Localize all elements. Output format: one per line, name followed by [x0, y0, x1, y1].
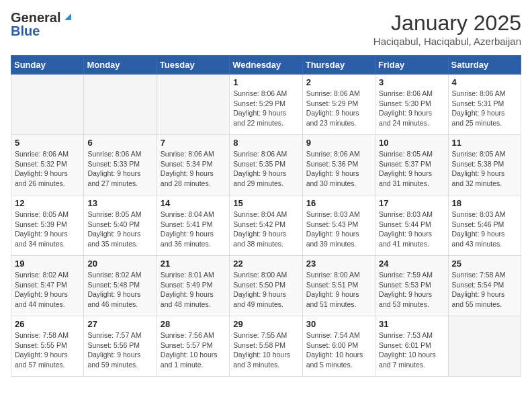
logo-general-text: General: [11, 11, 60, 24]
calendar-cell: 28Sunrise: 7:56 AMSunset: 5:57 PMDayligh…: [157, 316, 229, 377]
day-info: Sunrise: 8:06 AMSunset: 5:29 PMDaylight:…: [306, 89, 371, 128]
weekday-header: Wednesday: [230, 56, 302, 75]
day-number: 19: [15, 259, 80, 269]
day-info: Sunrise: 7:58 AMSunset: 5:55 PMDaylight:…: [15, 330, 80, 370]
day-info: Sunrise: 7:57 AMSunset: 5:56 PMDaylight:…: [87, 330, 152, 370]
calendar-cell: 7Sunrise: 8:06 AMSunset: 5:34 PMDaylight…: [157, 135, 229, 195]
calendar-week-row: 19Sunrise: 8:02 AMSunset: 5:47 PMDayligh…: [11, 256, 521, 316]
calendar-week-row: 5Sunrise: 8:06 AMSunset: 5:32 PMDaylight…: [11, 135, 521, 195]
calendar-cell: [11, 75, 84, 135]
calendar-cell: [84, 75, 157, 135]
calendar-cell: 25Sunrise: 7:58 AMSunset: 5:54 PMDayligh…: [448, 256, 521, 316]
calendar-cell: 27Sunrise: 7:57 AMSunset: 5:56 PMDayligh…: [84, 316, 157, 377]
day-number: 27: [87, 319, 152, 329]
calendar-cell: 21Sunrise: 8:01 AMSunset: 5:49 PMDayligh…: [157, 256, 229, 316]
calendar-cell: [448, 316, 521, 377]
day-number: 4: [452, 77, 517, 87]
day-number: 18: [452, 198, 517, 208]
day-info: Sunrise: 8:05 AMSunset: 5:40 PMDaylight:…: [87, 210, 152, 249]
weekday-header: Saturday: [448, 56, 521, 75]
calendar-cell: 16Sunrise: 8:03 AMSunset: 5:43 PMDayligh…: [302, 195, 375, 256]
day-info: Sunrise: 8:00 AMSunset: 5:51 PMDaylight:…: [306, 270, 371, 310]
logo: General Blue: [11, 11, 73, 38]
calendar-cell: 1Sunrise: 8:06 AMSunset: 5:29 PMDaylight…: [230, 75, 302, 135]
page-subtitle: Haciqabul, Haciqabul, Azerbaijan: [373, 36, 521, 47]
calendar-cell: 30Sunrise: 7:54 AMSunset: 6:00 PMDayligh…: [302, 316, 375, 377]
calendar-cell: 26Sunrise: 7:58 AMSunset: 5:55 PMDayligh…: [11, 316, 84, 377]
calendar-cell: 13Sunrise: 8:05 AMSunset: 5:40 PMDayligh…: [84, 195, 157, 256]
day-info: Sunrise: 7:55 AMSunset: 5:58 PMDaylight:…: [233, 330, 298, 370]
day-number: 10: [379, 138, 444, 148]
day-info: Sunrise: 8:06 AMSunset: 5:31 PMDaylight:…: [452, 89, 517, 128]
day-number: 5: [15, 138, 80, 148]
day-number: 9: [306, 138, 371, 148]
day-number: 30: [306, 319, 371, 329]
day-number: 23: [306, 259, 371, 269]
day-number: 15: [233, 198, 298, 208]
calendar-cell: 4Sunrise: 8:06 AMSunset: 5:31 PMDaylight…: [448, 75, 521, 135]
calendar-cell: 3Sunrise: 8:06 AMSunset: 5:30 PMDaylight…: [375, 75, 448, 135]
day-number: 24: [379, 259, 444, 269]
weekday-header: Tuesday: [157, 56, 229, 75]
calendar-cell: 8Sunrise: 8:06 AMSunset: 5:35 PMDaylight…: [230, 135, 302, 195]
day-number: 6: [87, 138, 152, 148]
weekday-header: Sunday: [11, 56, 84, 75]
svg-marker-0: [64, 13, 71, 20]
day-info: Sunrise: 8:00 AMSunset: 5:50 PMDaylight:…: [233, 270, 298, 310]
day-info: Sunrise: 7:54 AMSunset: 6:00 PMDaylight:…: [306, 330, 371, 370]
calendar-cell: 6Sunrise: 8:06 AMSunset: 5:33 PMDaylight…: [84, 135, 157, 195]
calendar-week-row: 1Sunrise: 8:06 AMSunset: 5:29 PMDaylight…: [11, 75, 521, 135]
calendar-cell: 19Sunrise: 8:02 AMSunset: 5:47 PMDayligh…: [11, 256, 84, 316]
calendar-cell: 5Sunrise: 8:06 AMSunset: 5:32 PMDaylight…: [11, 135, 84, 195]
calendar-cell: 11Sunrise: 8:05 AMSunset: 5:38 PMDayligh…: [448, 135, 521, 195]
day-info: Sunrise: 7:56 AMSunset: 5:57 PMDaylight:…: [161, 330, 226, 370]
weekday-header-row: SundayMondayTuesdayWednesdayThursdayFrid…: [11, 56, 521, 75]
day-info: Sunrise: 8:06 AMSunset: 5:35 PMDaylight:…: [233, 149, 298, 189]
day-info: Sunrise: 8:06 AMSunset: 5:36 PMDaylight:…: [306, 149, 371, 189]
day-number: 1: [233, 77, 298, 87]
day-info: Sunrise: 8:06 AMSunset: 5:33 PMDaylight:…: [87, 149, 152, 189]
title-block: January 2025 Haciqabul, Haciqabul, Azerb…: [373, 11, 521, 47]
calendar-cell: 15Sunrise: 8:04 AMSunset: 5:42 PMDayligh…: [230, 195, 302, 256]
day-number: 2: [306, 77, 371, 87]
day-info: Sunrise: 8:06 AMSunset: 5:34 PMDaylight:…: [161, 149, 226, 189]
day-number: 29: [233, 319, 298, 329]
day-info: Sunrise: 8:05 AMSunset: 5:37 PMDaylight:…: [379, 149, 444, 189]
day-number: 16: [306, 198, 371, 208]
logo-blue-text: Blue: [11, 24, 40, 38]
logo-icon: [62, 11, 73, 21]
day-info: Sunrise: 8:02 AMSunset: 5:47 PMDaylight:…: [15, 270, 80, 310]
calendar-week-row: 12Sunrise: 8:05 AMSunset: 5:39 PMDayligh…: [11, 195, 521, 256]
day-info: Sunrise: 8:03 AMSunset: 5:44 PMDaylight:…: [379, 210, 444, 249]
day-info: Sunrise: 8:01 AMSunset: 5:49 PMDaylight:…: [161, 270, 226, 310]
page-header: General Blue January 2025 Haciqabul, Hac…: [11, 11, 521, 47]
calendar-cell: [157, 75, 229, 135]
day-number: 28: [161, 319, 226, 329]
day-number: 26: [15, 319, 80, 329]
calendar-cell: 9Sunrise: 8:06 AMSunset: 5:36 PMDaylight…: [302, 135, 375, 195]
calendar-cell: 17Sunrise: 8:03 AMSunset: 5:44 PMDayligh…: [375, 195, 448, 256]
calendar-cell: 2Sunrise: 8:06 AMSunset: 5:29 PMDaylight…: [302, 75, 375, 135]
day-info: Sunrise: 8:03 AMSunset: 5:46 PMDaylight:…: [452, 210, 517, 249]
weekday-header: Monday: [84, 56, 157, 75]
calendar-week-row: 26Sunrise: 7:58 AMSunset: 5:55 PMDayligh…: [11, 316, 521, 377]
day-info: Sunrise: 7:58 AMSunset: 5:54 PMDaylight:…: [452, 270, 517, 310]
day-number: 3: [379, 77, 444, 87]
calendar-cell: 22Sunrise: 8:00 AMSunset: 5:50 PMDayligh…: [230, 256, 302, 316]
calendar-cell: 10Sunrise: 8:05 AMSunset: 5:37 PMDayligh…: [375, 135, 448, 195]
day-info: Sunrise: 8:03 AMSunset: 5:43 PMDaylight:…: [306, 210, 371, 249]
day-info: Sunrise: 7:53 AMSunset: 6:01 PMDaylight:…: [379, 330, 444, 370]
day-number: 25: [452, 259, 517, 269]
day-number: 13: [87, 198, 152, 208]
calendar-cell: 24Sunrise: 7:59 AMSunset: 5:53 PMDayligh…: [375, 256, 448, 316]
day-info: Sunrise: 8:06 AMSunset: 5:29 PMDaylight:…: [233, 89, 298, 128]
day-number: 20: [87, 259, 152, 269]
calendar-cell: 29Sunrise: 7:55 AMSunset: 5:58 PMDayligh…: [230, 316, 302, 377]
day-number: 7: [161, 138, 226, 148]
calendar-cell: 31Sunrise: 7:53 AMSunset: 6:01 PMDayligh…: [375, 316, 448, 377]
day-number: 14: [161, 198, 226, 208]
day-info: Sunrise: 8:06 AMSunset: 5:30 PMDaylight:…: [379, 89, 444, 128]
day-info: Sunrise: 8:04 AMSunset: 5:41 PMDaylight:…: [161, 210, 226, 249]
weekday-header: Thursday: [302, 56, 375, 75]
calendar-cell: 18Sunrise: 8:03 AMSunset: 5:46 PMDayligh…: [448, 195, 521, 256]
